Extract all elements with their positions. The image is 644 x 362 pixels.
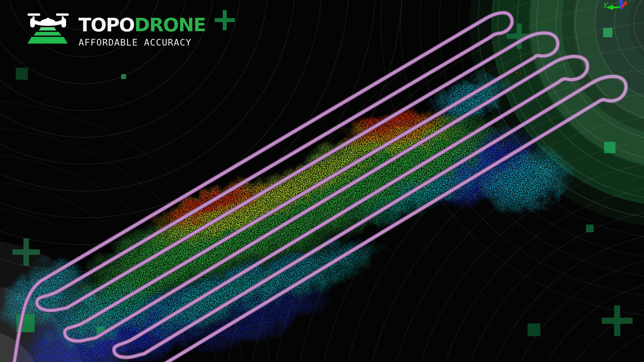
brand-name-secondary: DRONE — [134, 14, 205, 36]
square-marker-icon — [586, 225, 594, 232]
drone-icon — [26, 7, 73, 46]
square-marker-icon — [528, 323, 540, 336]
viewport-3d[interactable]: y TOPODRONE AFFORDABLE ACCURACY — [0, 0, 644, 362]
plus-bar — [614, 305, 620, 336]
scene-canvas[interactable]: y — [0, 0, 644, 362]
brand-name-primary: TOPO — [78, 14, 134, 36]
plus-bar — [23, 238, 29, 266]
brand-tagline: AFFORDABLE ACCURACY — [78, 37, 206, 48]
plus-bar — [223, 10, 227, 30]
square-marker-icon — [121, 74, 126, 79]
square-marker-icon — [16, 68, 28, 80]
brand-logo: TOPODRONE AFFORDABLE ACCURACY — [26, 7, 206, 48]
brand-name: TOPODRONE — [78, 15, 206, 34]
